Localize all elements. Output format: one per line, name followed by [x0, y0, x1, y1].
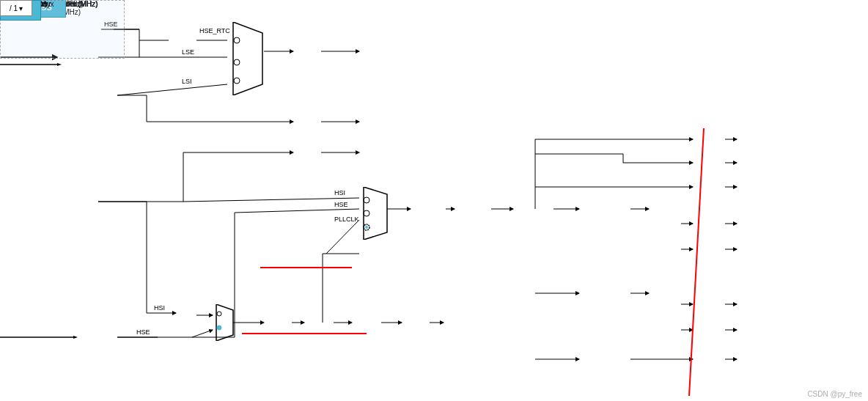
svg-point-90 [364, 210, 369, 216]
svg-text:LSI: LSI [182, 78, 192, 85]
sys-mux-shape [358, 187, 390, 240]
hse-div1-select[interactable]: / 1 ▾ [0, 0, 32, 16]
svg-point-95 [217, 325, 221, 330]
svg-line-26 [235, 209, 359, 213]
svg-line-22 [183, 198, 359, 202]
svg-text:HSE: HSE [334, 201, 348, 208]
rtc-mux-shape [226, 22, 266, 95]
svg-line-75 [689, 128, 704, 396]
svg-marker-88 [364, 187, 387, 240]
svg-text:HSI: HSI [154, 304, 165, 312]
svg-marker-82 [73, 336, 78, 339]
svg-line-28 [326, 220, 359, 254]
svg-line-65 [192, 330, 213, 337]
svg-point-85 [234, 37, 240, 43]
pll-mux-shape [213, 304, 235, 341]
svg-point-92 [365, 226, 368, 229]
svg-text:HSE: HSE [136, 328, 150, 336]
svg-point-87 [234, 78, 240, 84]
svg-point-94 [217, 312, 221, 316]
svg-point-89 [364, 197, 369, 203]
diagram-svg: HSE_RTC LSE LSI HSI [0, 0, 868, 401]
svg-point-86 [234, 59, 240, 65]
svg-marker-93 [216, 304, 233, 341]
svg-text:LSE: LSE [182, 48, 194, 56]
svg-marker-84 [233, 22, 262, 95]
svg-text:PLLCLK: PLLCLK [334, 216, 359, 223]
svg-marker-79 [57, 63, 62, 66]
svg-line-10 [117, 84, 227, 95]
watermark: CSDN @py_free [807, 390, 862, 398]
diagram-container: HSE_RTC LSE LSI HSI [0, 0, 868, 401]
svg-text:HSI: HSI [334, 189, 345, 196]
